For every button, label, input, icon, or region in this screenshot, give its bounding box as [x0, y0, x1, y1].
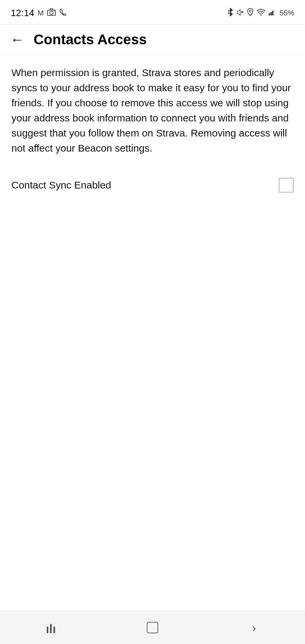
camera-icon — [47, 8, 56, 18]
status-left: 12:14 M — [11, 8, 67, 18]
svg-point-6 — [249, 10, 251, 12]
location-icon — [247, 8, 253, 18]
svg-rect-8 — [269, 13, 270, 15]
recents-icon — [47, 622, 55, 633]
svg-rect-9 — [270, 12, 272, 15]
wifi-icon — [257, 9, 265, 17]
bottom-nav: › — [0, 610, 305, 644]
contact-sync-row: Contact Sync Enabled — [11, 172, 294, 198]
status-right: 55% — [227, 8, 294, 18]
toolbar: ← Contacts Access — [0, 24, 305, 55]
back-nav-button[interactable]: › — [241, 618, 268, 638]
svg-rect-3 — [54, 11, 55, 11]
svg-point-1 — [50, 11, 53, 14]
contact-sync-checkbox[interactable] — [279, 178, 294, 193]
battery-icon: 55% — [279, 9, 294, 17]
bluetooth-icon — [227, 8, 233, 18]
contact-sync-label: Contact Sync Enabled — [11, 179, 111, 191]
recents-button[interactable] — [37, 618, 64, 638]
signal-icon — [269, 9, 276, 17]
status-time: 12:14 — [11, 8, 34, 18]
phone-icon — [59, 8, 67, 18]
mute-icon — [236, 8, 244, 18]
svg-rect-2 — [50, 9, 53, 10]
page-title: Contacts Access — [34, 32, 147, 48]
gmail-icon: M — [38, 9, 44, 17]
back-button[interactable]: ← — [10, 33, 24, 47]
back-nav-icon: › — [252, 622, 256, 633]
svg-point-7 — [260, 14, 262, 15]
home-icon — [147, 622, 158, 633]
description-text: When permission is granted, Strava store… — [11, 65, 294, 156]
status-bar: 12:14 M — [0, 0, 305, 24]
svg-rect-11 — [274, 9, 275, 15]
home-button[interactable] — [139, 618, 166, 638]
svg-rect-10 — [272, 11, 273, 15]
main-content: When permission is granted, Strava store… — [0, 55, 305, 208]
